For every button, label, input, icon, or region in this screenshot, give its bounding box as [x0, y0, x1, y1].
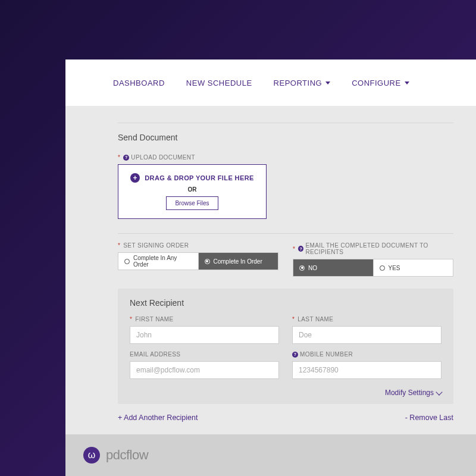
info-icon: ?: [298, 246, 303, 252]
upload-label-text: UPLOAD DOCUMENT: [131, 154, 195, 161]
signing-order-label: * SET SIGNING ORDER: [118, 242, 278, 249]
caret-down-icon: [325, 82, 330, 84]
nav-label: DASHBOARD: [113, 79, 165, 87]
nav-new-schedule[interactable]: NEW SCHEDULE: [186, 79, 252, 87]
options-row: * SET SIGNING ORDER Complete In Any Orde…: [118, 242, 453, 277]
caret-down-icon: [405, 82, 409, 84]
info-icon: ?: [123, 155, 129, 161]
upload-dropzone[interactable]: + DRAG & DROP YOUR FILE HERE OR Browse F…: [118, 164, 267, 219]
radio-icon: [299, 265, 305, 271]
divider: [118, 123, 453, 123]
recipient-card-title: Next Recipient: [130, 298, 441, 308]
upload-label: * ? UPLOAD DOCUMENT: [118, 154, 453, 161]
modify-settings-toggle[interactable]: Modify Settings: [130, 386, 441, 397]
radio-icon: [380, 265, 385, 271]
divider: [118, 233, 453, 234]
plus-circle-icon: +: [130, 173, 140, 183]
radio-icon: [124, 259, 130, 264]
last-name-field[interactable]: [292, 326, 441, 344]
add-recipient-link[interactable]: + Add Another Recipient: [118, 414, 198, 422]
signing-order-in-order[interactable]: Complete In Order: [199, 253, 278, 270]
chevron-down-icon: [436, 389, 442, 395]
nav-configure[interactable]: CONFIGURE: [352, 79, 409, 87]
info-icon: ?: [292, 352, 298, 358]
first-name-field[interactable]: [130, 326, 279, 344]
required-mark: *: [118, 242, 120, 249]
email-completed-segmented: NO YES: [293, 259, 453, 277]
email-completed-no[interactable]: NO: [293, 259, 374, 276]
page-title: Send Document: [118, 133, 453, 142]
last-name-label: * LAST NAME: [292, 316, 441, 322]
brand-text: pdcflow: [106, 447, 148, 463]
logo-mark-icon: ω: [83, 447, 100, 464]
nav-label: REPORTING: [274, 79, 322, 87]
email-field[interactable]: [130, 361, 279, 379]
upload-drop-text: + DRAG & DROP YOUR FILE HERE: [130, 173, 254, 183]
top-nav: DASHBOARD NEW SCHEDULE REPORTING CONFIGU…: [65, 60, 476, 106]
first-name-label: * FIRST NAME: [130, 316, 279, 322]
content-area: Send Document * ? UPLOAD DOCUMENT + DRAG…: [65, 106, 476, 453]
required-mark: *: [130, 316, 132, 322]
radio-icon: [205, 259, 210, 264]
email-completed-label: * ? EMAIL THE COMPLETED DOCUMENT TO RECI…: [293, 242, 453, 255]
app-shell: DASHBOARD NEW SCHEDULE REPORTING CONFIGU…: [65, 60, 476, 434]
remove-last-link[interactable]: - Remove Last: [405, 414, 453, 422]
required-mark: *: [293, 246, 295, 252]
email-completed-yes[interactable]: YES: [374, 259, 453, 276]
recipient-links-row: + Add Another Recipient - Remove Last: [118, 414, 453, 422]
nav-dashboard[interactable]: DASHBOARD: [113, 79, 165, 87]
nav-reporting[interactable]: REPORTING: [274, 79, 331, 87]
upload-or-text: OR: [188, 186, 197, 193]
signing-order-group: * SET SIGNING ORDER Complete In Any Orde…: [118, 242, 278, 277]
signing-order-segmented: Complete In Any Order Complete In Order: [118, 252, 278, 270]
mobile-label: ? MOBILE NUMBER: [292, 351, 441, 358]
recipient-card: Next Recipient * FIRST NAME * LAST NAME: [118, 289, 453, 404]
nav-label: NEW SCHEDULE: [186, 79, 252, 87]
footer-bar: ω pdcflow: [65, 434, 476, 476]
browse-files-button[interactable]: Browse Files: [166, 196, 218, 210]
nav-label: CONFIGURE: [352, 79, 401, 87]
required-mark: *: [292, 316, 295, 322]
signing-order-any[interactable]: Complete In Any Order: [118, 253, 199, 270]
email-label: EMAIL ADDRESS: [130, 351, 279, 358]
email-completed-group: * ? EMAIL THE COMPLETED DOCUMENT TO RECI…: [293, 242, 453, 277]
required-mark: *: [118, 154, 120, 161]
brand-logo: ω pdcflow: [83, 447, 148, 464]
mobile-field[interactable]: [292, 361, 441, 379]
